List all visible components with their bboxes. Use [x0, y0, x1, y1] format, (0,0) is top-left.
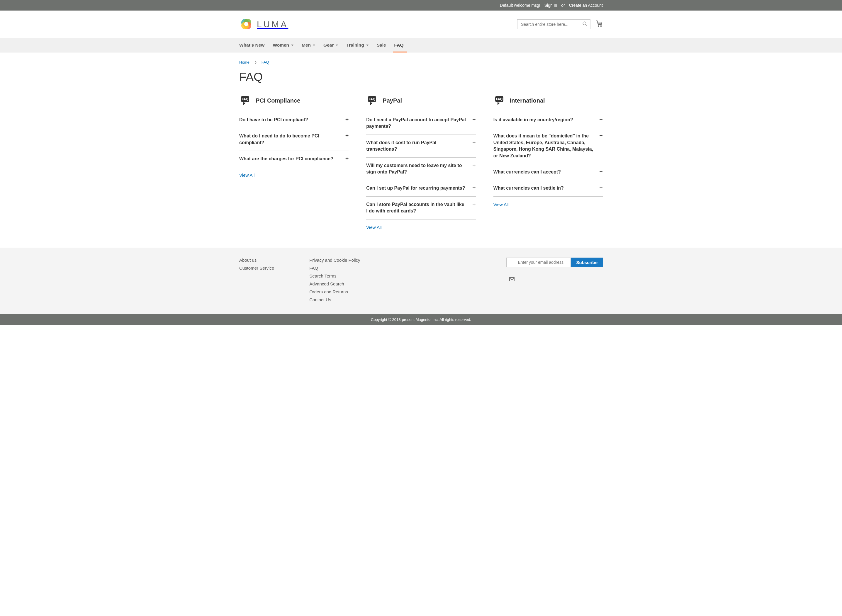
- plus-icon: +: [345, 155, 349, 161]
- breadcrumb-home[interactable]: Home: [239, 60, 250, 65]
- faq-question[interactable]: Can I set up PayPal for recurring paymen…: [366, 180, 476, 197]
- faq-question[interactable]: Do I need a PayPal account to accept Pay…: [366, 112, 476, 135]
- plus-icon: +: [345, 133, 349, 139]
- faq-icon: FAQ: [239, 95, 251, 106]
- svg-line-6: [585, 24, 587, 26]
- chevron-down-icon: [336, 44, 338, 46]
- footer-link-search-terms[interactable]: Search Terms: [309, 273, 360, 279]
- welcome-message: Default welcome msg!: [500, 3, 540, 7]
- plus-icon: +: [599, 169, 603, 175]
- header: LUMA: [0, 10, 842, 38]
- faq-title-international: International: [510, 97, 545, 104]
- plus-icon: +: [472, 162, 476, 168]
- nav-gear[interactable]: Gear: [320, 38, 343, 52]
- plus-icon: +: [472, 201, 476, 207]
- nav-training[interactable]: Training: [343, 38, 373, 52]
- faq-question[interactable]: Can I store PayPal accounts in the vault…: [366, 197, 476, 220]
- footer-col-2: Privacy and Cookie Policy FAQ Search Ter…: [309, 258, 360, 302]
- footer-link-about[interactable]: About us: [239, 258, 274, 263]
- svg-text:FAQ: FAQ: [496, 97, 503, 101]
- search-icon[interactable]: [582, 21, 588, 28]
- footer-link-customer-service[interactable]: Customer Service: [239, 265, 274, 270]
- footer-link-orders-returns[interactable]: Orders and Returns: [309, 289, 360, 294]
- svg-text:FAQ: FAQ: [369, 97, 376, 101]
- view-all-link[interactable]: View All: [239, 173, 254, 177]
- faq-col-paypal: FAQ PayPal Do I need a PayPal account to…: [366, 95, 476, 230]
- plus-icon: +: [472, 139, 476, 145]
- faq-header-paypal: FAQ PayPal: [366, 95, 476, 112]
- faq-question[interactable]: What does it mean to be "domiciled" in t…: [494, 128, 603, 164]
- faq-header-pci: FAQ PCI Compliance: [239, 95, 348, 112]
- faq-question[interactable]: Do I have to be PCI compliant?+: [239, 112, 348, 128]
- faq-header-international: FAQ International: [494, 95, 603, 112]
- plus-icon: +: [599, 185, 603, 191]
- faq-col-pci: FAQ PCI Compliance Do I have to be PCI c…: [239, 95, 348, 230]
- faq-question[interactable]: What currencies can I accept?+: [494, 164, 603, 180]
- sign-in-link[interactable]: Sign In: [544, 3, 557, 7]
- plus-icon: +: [472, 185, 476, 191]
- footer-link-contact[interactable]: Contact Us: [309, 297, 360, 302]
- nav-faq[interactable]: FAQ: [391, 38, 409, 52]
- newsletter-input[interactable]: [506, 258, 571, 267]
- create-account-link[interactable]: Create an Account: [569, 3, 603, 7]
- faq-icon: FAQ: [494, 95, 505, 106]
- faq-columns: FAQ PCI Compliance Do I have to be PCI c…: [239, 95, 603, 230]
- view-all-link[interactable]: View All: [494, 202, 508, 207]
- logo-link[interactable]: LUMA: [239, 17, 288, 31]
- mail-icon: [509, 277, 514, 283]
- or-separator: or: [561, 3, 565, 7]
- footer: About us Customer Service Privacy and Co…: [0, 248, 842, 314]
- faq-col-international: FAQ International Is it available in my …: [494, 95, 603, 230]
- footer-col-1: About us Customer Service: [239, 258, 274, 302]
- footer-links: About us Customer Service Privacy and Co…: [239, 258, 360, 302]
- footer-link-privacy[interactable]: Privacy and Cookie Policy: [309, 258, 360, 263]
- svg-text:FAQ: FAQ: [242, 97, 248, 101]
- chevron-down-icon: [366, 44, 369, 46]
- view-all-link[interactable]: View All: [366, 225, 381, 230]
- breadcrumb-separator: ❯: [254, 60, 257, 64]
- faq-icon: FAQ: [366, 95, 378, 106]
- svg-point-8: [601, 26, 602, 27]
- logo-text: LUMA: [257, 19, 288, 29]
- subscribe-button[interactable]: Subscribe: [571, 258, 603, 267]
- plus-icon: +: [599, 117, 603, 123]
- plus-icon: +: [599, 133, 603, 139]
- faq-question[interactable]: Is it available in my country/region?+: [494, 112, 603, 128]
- faq-question[interactable]: What are the charges for PCI compliance?…: [239, 151, 348, 167]
- plus-icon: +: [472, 117, 476, 123]
- breadcrumb-faq[interactable]: FAQ: [262, 60, 269, 65]
- nav-sale[interactable]: Sale: [374, 38, 391, 52]
- nav-men[interactable]: Men: [299, 38, 320, 52]
- logo-icon: [239, 17, 253, 31]
- chevron-down-icon: [313, 44, 315, 46]
- footer-link-advanced-search[interactable]: Advanced Search: [309, 281, 360, 286]
- breadcrumb: Home ❯ FAQ: [239, 58, 603, 65]
- faq-title-paypal: PayPal: [383, 97, 402, 104]
- svg-point-7: [598, 26, 599, 27]
- search-input[interactable]: [517, 19, 591, 29]
- page-title: FAQ: [239, 70, 603, 84]
- top-bar: Default welcome msg! Sign In or Create a…: [0, 0, 842, 10]
- copyright: Copyright © 2013-present Magento, Inc. A…: [0, 314, 842, 325]
- faq-question[interactable]: What does it cost to run PayPal transact…: [366, 135, 476, 158]
- cart-icon[interactable]: [596, 20, 603, 28]
- svg-point-4: [244, 22, 248, 26]
- faq-question[interactable]: Will my customers need to leave my site …: [366, 158, 476, 180]
- nav-bar: What's New Women Men Gear Training Sale …: [0, 38, 842, 53]
- svg-point-5: [583, 22, 586, 25]
- footer-link-faq[interactable]: FAQ: [309, 265, 360, 270]
- newsletter-form: Subscribe: [506, 258, 603, 302]
- faq-question[interactable]: What currencies can I settle in?+: [494, 180, 603, 197]
- main-content: Home ❯ FAQ FAQ FAQ PCI Compliance Do I h…: [234, 53, 608, 236]
- nav-women[interactable]: Women: [270, 38, 299, 52]
- nav-whats-new[interactable]: What's New: [239, 38, 270, 52]
- faq-title-pci: PCI Compliance: [256, 97, 300, 104]
- faq-question[interactable]: What do I need to do to become PCI compl…: [239, 128, 348, 151]
- plus-icon: +: [345, 117, 349, 123]
- chevron-down-icon: [291, 44, 294, 46]
